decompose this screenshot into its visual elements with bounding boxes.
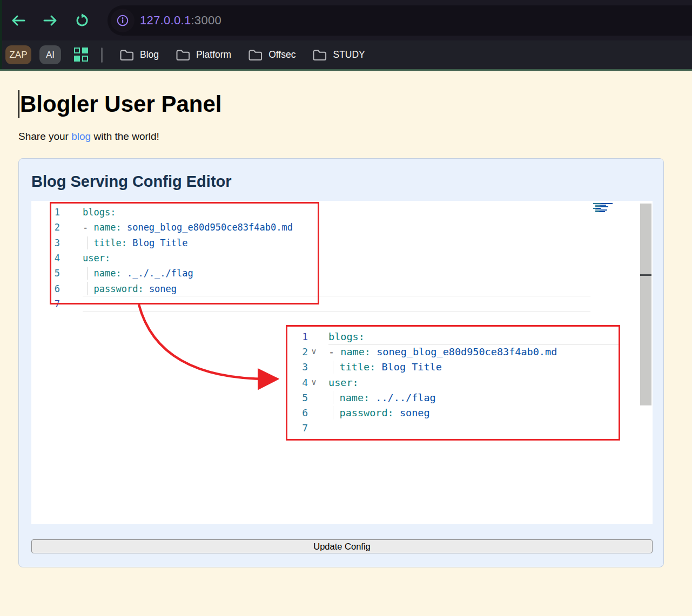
grid-square bbox=[74, 56, 80, 62]
bookmark-folder-label: STUDY bbox=[333, 49, 365, 60]
line-number: 7 bbox=[287, 422, 308, 434]
reload-icon bbox=[75, 13, 89, 28]
code-text: - name: soneg_blog_e80d950ce83f4ab0.md bbox=[328, 344, 557, 359]
line-number: 3 bbox=[287, 361, 308, 373]
bookmark-folder[interactable]: STUDY bbox=[312, 49, 365, 61]
panel-title: Blog Serving Config Editor bbox=[31, 173, 663, 191]
annotation-box-modified: 1blogs:2∨- name: soneg_blog_e80d950ce83f… bbox=[286, 325, 620, 441]
back-button[interactable] bbox=[7, 10, 29, 31]
folder-icon bbox=[312, 49, 327, 61]
current-line-border bbox=[83, 311, 590, 312]
bookmark-folder-label: Offsec bbox=[268, 49, 295, 60]
bookmarks-bar: ZAP AI BlogPlatformOffsecSTUDY bbox=[0, 40, 692, 69]
line-number: 1 bbox=[287, 331, 308, 342]
folder-icon bbox=[248, 49, 263, 61]
bookmark-zap[interactable]: ZAP bbox=[5, 45, 31, 64]
code-text: user: bbox=[328, 375, 359, 390]
page-subtitle: Share your blog with the world! bbox=[18, 131, 692, 143]
bookmark-folder-label: Platform bbox=[196, 49, 231, 60]
code-line: 5name: ../../flag bbox=[287, 390, 619, 405]
config-panel: Blog Serving Config Editor 1blogs:2- nam… bbox=[18, 158, 664, 567]
bookmark-folder-list: BlogPlatformOffsecSTUDY bbox=[103, 49, 365, 61]
blog-link[interactable]: blog bbox=[71, 131, 91, 142]
config-editor[interactable]: 1blogs:2- name: soneg_blog_e80d950ce83f4… bbox=[31, 201, 653, 524]
window-edge bbox=[0, 0, 2, 69]
code-text: password: soneg bbox=[328, 405, 430, 420]
code-line: 1blogs: bbox=[287, 329, 619, 344]
line-number: 2 bbox=[287, 346, 308, 357]
code-line: 4∨user: bbox=[287, 375, 619, 390]
bookmark-ai[interactable]: AI bbox=[39, 45, 61, 64]
code-text: title: Blog Title bbox=[328, 360, 442, 375]
bookmark-folder[interactable]: Blog bbox=[119, 49, 159, 61]
fold-chevron-icon[interactable]: ∨ bbox=[308, 377, 320, 387]
info-icon bbox=[116, 14, 129, 27]
grid-square bbox=[82, 56, 88, 62]
code-line: 3title: Blog Title bbox=[287, 360, 619, 375]
back-arrow-icon bbox=[11, 14, 25, 27]
code-text: name: ../../flag bbox=[328, 390, 436, 405]
minimap[interactable] bbox=[593, 203, 615, 213]
grid-square bbox=[74, 48, 80, 53]
page-title: Blogler User Panel bbox=[18, 90, 692, 118]
bookmark-folder[interactable]: Offsec bbox=[248, 49, 295, 61]
url-port: :3000 bbox=[191, 13, 221, 27]
bookmark-folder[interactable]: Platform bbox=[176, 49, 231, 61]
code-line: 6password: soneg bbox=[287, 405, 619, 420]
line-number: 6 bbox=[287, 407, 308, 418]
fold-chevron-icon[interactable]: ∨ bbox=[308, 347, 320, 356]
text-caret bbox=[18, 90, 19, 118]
code-line: 7 bbox=[287, 421, 619, 436]
chrome-page-separator bbox=[0, 69, 692, 71]
folder-icon bbox=[119, 49, 134, 61]
url-host: 127.0.0.1 bbox=[140, 13, 191, 27]
bookmark-folder-label: Blog bbox=[140, 49, 159, 60]
code-line: 2∨- name: soneg_blog_e80d950ce83f4ab0.md bbox=[287, 344, 619, 359]
apps-grid-icon[interactable] bbox=[74, 48, 89, 63]
url-bar[interactable]: 127.0.0.1:3000 bbox=[108, 5, 692, 36]
annotation-box-original bbox=[50, 202, 319, 304]
browser-toolbar: 127.0.0.1:3000 bbox=[0, 0, 692, 40]
update-config-button[interactable]: Update Config bbox=[31, 539, 653, 553]
line-number: 4 bbox=[287, 377, 308, 388]
editor-scrollbar[interactable] bbox=[640, 204, 651, 405]
inset-current-line-border bbox=[328, 344, 619, 345]
url-text: 127.0.0.1:3000 bbox=[140, 13, 221, 28]
scrollbar-divider bbox=[640, 274, 651, 276]
site-info-icon[interactable] bbox=[111, 9, 135, 32]
reload-button[interactable] bbox=[71, 10, 93, 31]
page-content: Blogler User Panel Share your blog with … bbox=[0, 71, 692, 567]
grid-square bbox=[82, 48, 88, 53]
browser-chrome: 127.0.0.1:3000 ZAP AI BlogPlatformOffsec… bbox=[0, 0, 692, 71]
code-text: blogs: bbox=[328, 329, 365, 344]
forward-arrow-icon bbox=[43, 14, 58, 27]
folder-icon bbox=[176, 49, 190, 61]
forward-button[interactable] bbox=[39, 10, 61, 31]
line-number: 5 bbox=[287, 392, 308, 403]
